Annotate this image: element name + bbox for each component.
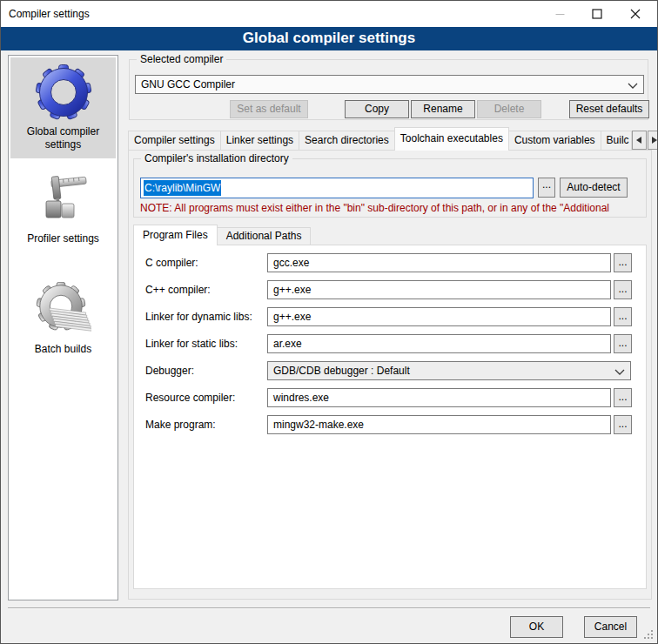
- make-program-browse-button[interactable]: ...: [614, 415, 632, 434]
- sidebar-item-label: Global compiler settings: [10, 125, 116, 151]
- cpp-compiler-input[interactable]: g++.exe: [267, 280, 611, 299]
- close-icon: [630, 9, 641, 19]
- static-linker-browse-button[interactable]: ...: [614, 334, 632, 353]
- dynamic-linker-input[interactable]: g++.exe: [267, 307, 611, 326]
- rename-button[interactable]: Rename: [411, 100, 475, 118]
- page-title: Global compiler settings: [1, 27, 657, 50]
- compiler-options-tabbar: Compiler settings Linker settings Search…: [128, 127, 658, 151]
- c-compiler-browse-button[interactable]: ...: [614, 253, 632, 272]
- note-text: NOTE: All programs must exist either in …: [140, 202, 655, 214]
- minimize-icon: [555, 10, 565, 19]
- maximize-button[interactable]: [577, 1, 616, 27]
- executables-subtabbar: Program Files Additional Paths: [133, 225, 310, 245]
- copy-button[interactable]: Copy: [345, 100, 409, 118]
- auto-detect-button[interactable]: Auto-detect: [560, 178, 628, 198]
- resource-compiler-browse-button[interactable]: ...: [614, 388, 632, 407]
- tab-scroll-left-button[interactable]: [632, 131, 647, 150]
- cancel-button[interactable]: Cancel: [584, 616, 637, 638]
- selected-compiler-combobox[interactable]: GNU GCC Compiler: [135, 75, 644, 94]
- make-program-input[interactable]: mingw32-make.exe: [267, 415, 611, 434]
- tab-search-directories[interactable]: Search directories: [299, 131, 395, 151]
- sidebar-item-profiler-settings[interactable]: Profiler settings: [10, 160, 116, 256]
- tab-compiler-settings[interactable]: Compiler settings: [128, 131, 221, 151]
- triangle-left-icon: [636, 137, 641, 144]
- debugger-value: GDB/CDB debugger : Default: [273, 365, 410, 377]
- field-label: C++ compiler:: [145, 280, 211, 299]
- delete-button: Delete: [477, 100, 541, 118]
- field-label: Linker for static libs:: [145, 334, 238, 353]
- browse-directory-button[interactable]: ...: [538, 178, 555, 198]
- subtab-program-files[interactable]: Program Files: [133, 225, 218, 245]
- settings-category-list: Global compiler settings Profiler settin…: [8, 55, 118, 600]
- tab-build-options[interactable]: Builc: [601, 131, 632, 151]
- field-label: Linker for dynamic libs:: [145, 307, 252, 326]
- resource-compiler-input[interactable]: windres.exe: [267, 388, 611, 407]
- tab-linker-settings[interactable]: Linker settings: [220, 131, 299, 151]
- program-files-page: C compiler: gcc.exe ... C++ compiler: g+…: [133, 245, 647, 589]
- reset-defaults-button[interactable]: Reset defaults: [569, 100, 649, 118]
- chevron-down-icon: [614, 369, 625, 375]
- sidebar-item-batch-builds[interactable]: Batch builds: [10, 265, 116, 372]
- selected-compiler-group: Selected compiler GNU GCC Compiler Set a…: [129, 59, 648, 120]
- sidebar-item-label: Profiler settings: [27, 232, 99, 245]
- close-button[interactable]: [615, 1, 655, 27]
- blue-gear-icon: [36, 64, 91, 120]
- chevron-down-icon: [628, 83, 638, 89]
- installation-directory-input[interactable]: C:\raylib\MinGW: [140, 178, 534, 198]
- tab-toolchain-executables[interactable]: Toolchain executables: [394, 127, 509, 151]
- field-label: Debugger:: [145, 361, 194, 380]
- maximize-icon: [592, 9, 602, 19]
- debugger-select[interactable]: GDB/CDB debugger : Default: [267, 361, 631, 380]
- gear-stack-icon: [36, 282, 91, 338]
- minimize-button: [540, 1, 580, 27]
- window-title: Compiler settings: [9, 1, 90, 27]
- field-label: Resource compiler:: [145, 388, 235, 407]
- ok-button[interactable]: OK: [510, 616, 563, 638]
- selected-compiler-value: GNU GCC Compiler: [141, 78, 235, 91]
- triangle-right-icon: [652, 137, 657, 144]
- installation-directory-group-label: Compiler's installation directory: [141, 152, 292, 165]
- compiler-settings-dialog: Compiler settings Global compiler settin…: [0, 0, 658, 644]
- footer-divider: [8, 607, 650, 609]
- dynamic-linker-browse-button[interactable]: ...: [614, 307, 632, 326]
- tab-custom-variables[interactable]: Custom variables: [508, 131, 601, 151]
- selected-compiler-group-label: Selected compiler: [137, 53, 226, 66]
- tab-scroll-right-button[interactable]: [648, 131, 658, 150]
- title-bar: Compiler settings: [1, 1, 657, 27]
- sidebar-item-global-compiler-settings[interactable]: Global compiler settings: [10, 57, 116, 158]
- resize-grip[interactable]: [644, 630, 654, 640]
- field-label: Make program:: [145, 415, 216, 434]
- set-as-default-button: Set as default: [230, 100, 308, 118]
- cpp-compiler-browse-button[interactable]: ...: [614, 280, 632, 299]
- caliper-icon: [36, 171, 91, 227]
- c-compiler-input[interactable]: gcc.exe: [267, 253, 611, 272]
- static-linker-input[interactable]: ar.exe: [267, 334, 611, 353]
- subtab-additional-paths[interactable]: Additional Paths: [217, 227, 312, 245]
- sidebar-item-label: Batch builds: [35, 343, 91, 356]
- field-label: C compiler:: [145, 253, 198, 272]
- installation-directory-value: C:\raylib\MinGW: [144, 180, 221, 196]
